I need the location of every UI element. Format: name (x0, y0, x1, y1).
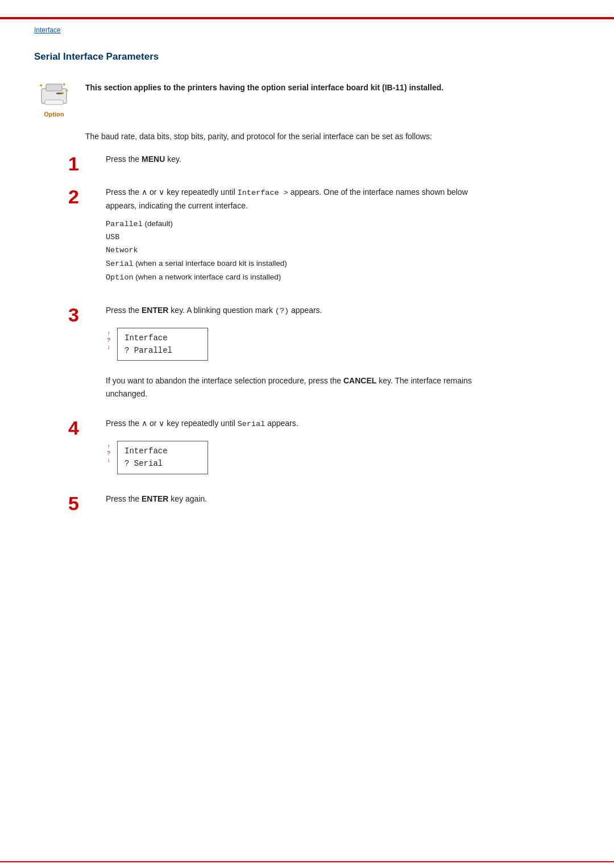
lcd3-line2: ? Parallel (125, 346, 172, 355)
arrow-down-3: ↓ (107, 344, 111, 350)
svg-text:✦: ✦ (65, 89, 69, 93)
step-2: 2 Press the ∧ or ∨ key repeatedly until … (68, 186, 580, 291)
svg-point-7 (61, 92, 64, 94)
step-4-lcd: Interface ? Serial (117, 441, 208, 474)
step-5-content: Press the ENTER key again. (106, 493, 492, 510)
svg-text:✦: ✦ (39, 82, 43, 89)
step-1-number: 1 (68, 153, 97, 173)
svg-rect-1 (46, 84, 62, 91)
step-1-text: Press the MENU key. (106, 153, 492, 165)
page-container: Interface Serial Interface Parameters ✦ … (0, 17, 614, 868)
step-2-number: 2 (68, 186, 97, 206)
arrow-q-4: ? (107, 450, 111, 457)
step-4-number: 4 (68, 417, 97, 437)
step-3-after-text: If you want to abandon the interface sel… (106, 374, 492, 400)
code-item-usb: USB (106, 231, 492, 244)
steps: 1 Press the MENU key. 2 Press the ∧ or ∨… (68, 153, 580, 512)
code-item-network: Network (106, 244, 492, 257)
step-4-lcd-wrapper: ↑ ? ↓ Interface ? Serial (117, 435, 208, 480)
step-3-lcd: Interface ? Parallel (117, 328, 208, 361)
step-4: 4 Press the ∧ or ∨ key repeatedly until … (68, 417, 580, 479)
bottom-rule (0, 861, 614, 862)
step-3-text: Press the ENTER key. A blinking question… (106, 304, 492, 318)
cursor-arrows-4: ↑ ? ↓ (107, 443, 111, 464)
code-item-option: Option (when a network interface card is… (106, 271, 492, 285)
step-2-code-list: Parallel (default) USB Network Serial (w… (106, 218, 492, 285)
step-5-text: Press the ENTER key again. (106, 493, 492, 505)
cursor-arrows-3: ↑ ? ↓ (107, 330, 111, 350)
lcd4-line1: Interface (125, 446, 168, 456)
step-3-lcd-wrapper: ↑ ? ↓ Interface ? Parallel (117, 322, 208, 367)
option-svg-icon: ✦ ✦ ✦ (37, 78, 71, 110)
option-icon-block: ✦ ✦ ✦ Option (34, 78, 74, 118)
section-heading: Serial Interface Parameters (34, 51, 580, 62)
arrow-down-4: ↓ (107, 457, 111, 464)
lcd4-line2: ? Serial (125, 459, 163, 468)
intro-block: ✦ ✦ ✦ Option This section applies to the… (34, 78, 580, 118)
top-rule (0, 17, 614, 19)
content: Serial Interface Parameters ✦ ✦ ✦ (0, 17, 614, 571)
code-item-serial: Serial (when a serial interface board ki… (106, 257, 492, 271)
intro-text: This section applies to the printers hav… (85, 78, 443, 94)
arrow-up-4: ↑ (107, 443, 111, 450)
step-5: 5 Press the ENTER key again. (68, 493, 580, 513)
step-4-text: Press the ∧ or ∨ key repeatedly until Se… (106, 417, 492, 431)
step-3: 3 Press the ENTER key. A blinking questi… (68, 304, 580, 404)
breadcrumb: Interface (34, 26, 61, 34)
body-text: The baud rate, data bits, stop bits, par… (85, 130, 483, 143)
step-1: 1 Press the MENU key. (68, 153, 580, 173)
option-label: Option (44, 111, 64, 118)
step-1-content: Press the MENU key. (106, 153, 492, 170)
code-item-parallel: Parallel (default) (106, 218, 492, 231)
arrow-q-3: ? (107, 337, 111, 344)
step-2-text: Press the ∧ or ∨ key repeatedly until In… (106, 186, 492, 212)
svg-rect-6 (56, 93, 62, 94)
svg-text:✦: ✦ (62, 82, 67, 87)
step-4-content: Press the ∧ or ∨ key repeatedly until Se… (106, 417, 492, 479)
arrow-up-3: ↑ (107, 330, 111, 337)
step-5-number: 5 (68, 493, 97, 513)
svg-rect-2 (45, 100, 63, 105)
step-3-content: Press the ENTER key. A blinking question… (106, 304, 492, 404)
step-3-number: 3 (68, 304, 97, 324)
lcd3-line1: Interface (125, 333, 168, 343)
step-2-content: Press the ∧ or ∨ key repeatedly until In… (106, 186, 492, 291)
